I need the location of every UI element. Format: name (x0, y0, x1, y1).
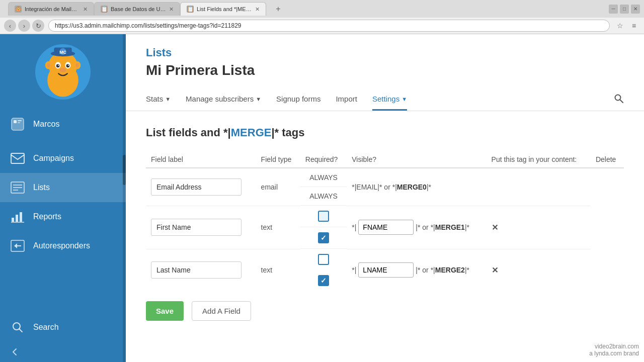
nav-search-icon[interactable] (614, 94, 624, 106)
nav-tab-settings[interactable]: Settings ▼ (372, 88, 407, 111)
sidebar-label-reports: Reports (33, 212, 61, 221)
mailchimp-logo: MC (35, 44, 91, 100)
close-button[interactable]: ✕ (631, 5, 640, 14)
nav-tab-stats[interactable]: Stats ▼ (146, 88, 171, 111)
table-row: text *| |* or *|MERGE1|* ✕ (146, 206, 624, 249)
tab-favicon: 📋 (101, 6, 108, 13)
sidebar-item-reports[interactable]: Reports (0, 202, 126, 231)
address-bar[interactable]: https://us3.admin.mailchimp.com/lists/se… (48, 20, 610, 32)
minimize-button[interactable]: ─ (609, 5, 618, 14)
field-label-cell-1 (146, 206, 256, 249)
merge-tag-input-2[interactable] (358, 262, 414, 278)
tag-content-1: *| |* or *|MERGE1|* (352, 220, 481, 235)
tab-close-icon[interactable]: ✕ (83, 6, 88, 13)
sidebar-logo: MC (0, 34, 126, 110)
svg-point-9 (66, 64, 70, 68)
autoresponders-icon (10, 238, 25, 253)
field-label-input-2[interactable] (151, 261, 242, 279)
nav-tab-label-signup: Signup forms (276, 95, 320, 103)
sidebar-label-lists: Lists (33, 183, 50, 192)
field-label-cell-0 (146, 168, 256, 206)
delete-cell-2: ✕ (487, 249, 591, 291)
col-required: Required? (300, 151, 347, 168)
nav-tab-label-settings: Settings (372, 95, 399, 103)
tag-content-2: *| |* or *|MERGE2|* (352, 262, 481, 278)
visible-checkbox-2[interactable] (318, 275, 329, 286)
required-checkbox-2[interactable] (318, 254, 329, 265)
svg-rect-20 (18, 122, 20, 123)
svg-rect-27 (16, 215, 18, 222)
browser-tab-tab2[interactable]: 📋 Base de Datos de Usuarios... ✕ (94, 2, 180, 16)
col-field-type: Field type (256, 151, 300, 168)
save-button[interactable]: Save (146, 301, 184, 321)
forward-button[interactable]: › (18, 20, 30, 32)
required-checkbox-1[interactable] (318, 211, 329, 222)
add-field-button[interactable]: Add A Field (192, 301, 251, 321)
tag-cell-0: *|EMAIL|* or *|MERGE0|* (347, 168, 486, 206)
search-label: Search (33, 323, 59, 332)
sidebar-back[interactable] (0, 342, 126, 362)
back-button[interactable]: ‹ (4, 20, 16, 32)
nav-tab-arrow-settings: ▼ (401, 96, 407, 102)
lists-icon (10, 180, 25, 195)
sidebar-item-lists[interactable]: Lists (0, 173, 126, 202)
svg-line-34 (620, 100, 623, 103)
field-label-input-1[interactable] (151, 219, 242, 236)
field-label-input-0[interactable] (151, 178, 242, 196)
nav-tab-arrow-stats: ▼ (165, 96, 171, 102)
required-cell-1 (300, 206, 347, 227)
svg-rect-18 (14, 120, 17, 123)
svg-point-16 (75, 63, 79, 67)
tab-label: Integración de MailChimp... (25, 6, 80, 12)
nav-tab-signup[interactable]: Signup forms (276, 88, 320, 111)
bookmark-icon[interactable]: ☆ (614, 20, 626, 32)
nav-tab-label-manage: Manage subscribers (186, 95, 254, 103)
field-label-cell-2 (146, 249, 256, 291)
sidebar-item-autoresponders[interactable]: Autoresponders (0, 231, 126, 260)
field-type-cell-2: text (256, 249, 300, 291)
table-body: emailALWAYSALWAYS*|EMAIL|* or *|MERGE0|*… (146, 168, 624, 291)
nav-tab-import[interactable]: Import (336, 88, 357, 111)
watermark: video2brain.com a lynda.com brand (589, 343, 639, 357)
nav-tab-manage[interactable]: Manage subscribers ▼ (186, 88, 261, 111)
refresh-button[interactable]: ↻ (32, 20, 44, 32)
campaigns-icon (10, 151, 25, 166)
breadcrumb: Lists (146, 46, 624, 59)
sidebar-scrollbar[interactable] (123, 34, 126, 362)
new-tab-button[interactable]: + (272, 3, 284, 15)
browser-tab-tab1[interactable]: 🐵 Integración de MailChimp... ✕ (8, 2, 94, 16)
tab-close-icon[interactable]: ✕ (255, 6, 260, 13)
user-icon (10, 117, 25, 132)
tab-label: Base de Datos de Usuarios... (111, 6, 166, 12)
always-required-0: ALWAYS (309, 173, 338, 182)
table-row: emailALWAYSALWAYS*|EMAIL|* or *|MERGE0|* (146, 168, 624, 206)
delete-button-1[interactable]: ✕ (492, 223, 498, 232)
svg-rect-26 (12, 218, 14, 222)
maximize-button[interactable]: □ (620, 5, 629, 14)
tag-prefix-1: *| (352, 223, 356, 231)
browser-action-buttons: ☆ ≡ (614, 20, 640, 32)
sidebar-label-campaigns: Campaigns (33, 154, 74, 163)
col-visible: Visible? (347, 151, 486, 168)
browser-titlebar: 🐵 Integración de MailChimp... ✕ 📋 Base d… (0, 0, 644, 18)
delete-button-2[interactable]: ✕ (492, 266, 498, 275)
merge-highlight: MERGE (231, 126, 272, 139)
field-type-cell-1: text (256, 206, 300, 249)
tab-close-icon[interactable]: ✕ (169, 6, 174, 13)
svg-point-11 (68, 65, 69, 66)
nav-tab-label-import: Import (336, 95, 357, 103)
browser-addressbar: ‹ › ↻ https://us3.admin.mailchimp.com/li… (0, 18, 644, 34)
table-row: text *| |* or *|MERGE2|* ✕ (146, 249, 624, 291)
sidebar-item-user[interactable]: Marcos (0, 110, 126, 139)
browser-tab-tab3[interactable]: 📋 List Fields and *|MERGE|... ✕ (180, 2, 266, 16)
tag-suffix-1: |* or *|MERGE1|* (416, 223, 469, 231)
page-title: Mi Primera Lista (146, 62, 624, 78)
merge-tag-input-1[interactable] (358, 220, 414, 235)
visible-checkbox-1[interactable] (318, 232, 329, 243)
delete-cell-1: ✕ (487, 206, 591, 249)
table-header: Field label Field type Required? Visible… (146, 151, 624, 168)
menu-icon[interactable]: ≡ (628, 20, 640, 32)
tab-favicon: 🐵 (15, 6, 22, 13)
sidebar-item-campaigns[interactable]: Campaigns (0, 144, 126, 173)
sidebar-search[interactable]: Search (0, 313, 126, 342)
